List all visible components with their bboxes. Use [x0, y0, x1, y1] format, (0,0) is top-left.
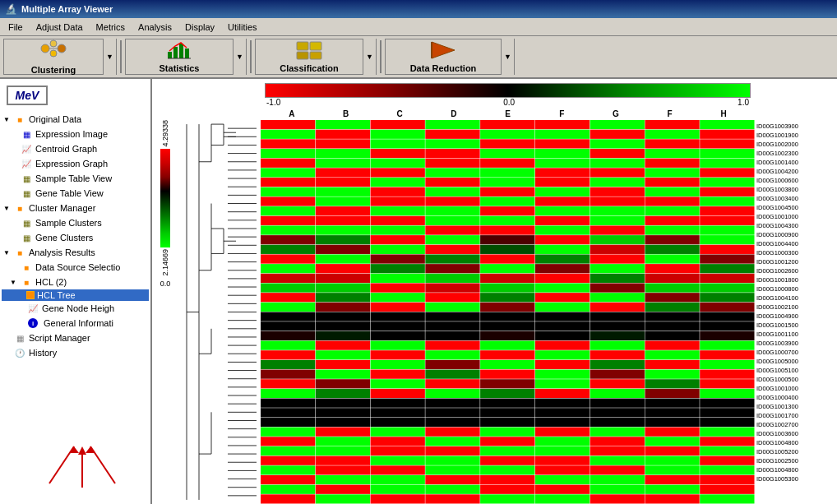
color-scale-bar	[160, 149, 170, 247]
tree-item-hcl-tree[interactable]: HCL Tree	[2, 289, 149, 301]
svg-rect-11	[310, 42, 321, 50]
tree-item-original-data[interactable]: ▼ ■ Original Data	[2, 112, 149, 127]
tree-item-general-info[interactable]: i General Informati	[2, 316, 149, 331]
expander-sample-table	[8, 173, 18, 183]
tree-item-sample-table[interactable]: ▦ Sample Table View	[2, 171, 149, 186]
tree-item-hcl[interactable]: ▼ ■ HCL (2)	[2, 275, 149, 289]
clustering-label: Clustering	[31, 65, 76, 75]
tree-item-history[interactable]: 🕐 History	[2, 345, 149, 360]
expander-sample-clusters	[8, 218, 18, 228]
statistics-button[interactable]: Statistics ▼	[125, 39, 247, 75]
expander-data-source	[8, 262, 18, 272]
icon-general-info: i	[26, 317, 39, 330]
gene-labels: ID00G1003900ID00G1001900ID00G1002000ID00…	[755, 120, 837, 504]
tree-item-cluster-manager[interactable]: ▼ ■ Cluster Manager	[2, 201, 149, 215]
gene-label: ID00G1003800	[756, 185, 837, 194]
app-icon: 🔬	[5, 3, 17, 15]
classification-dropdown[interactable]: ▼	[363, 39, 376, 75]
tree-item-centroid-graph[interactable]: 📈 Centroid Graph	[2, 141, 149, 156]
menu-analysis[interactable]: Analysis	[132, 21, 178, 34]
gene-label: ID00G1000400	[756, 393, 837, 402]
tree-item-gene-node[interactable]: 📈 Gene Node Heigh	[2, 301, 149, 316]
icon-expression-image: ▦	[20, 127, 33, 141]
gene-label: ID00G1004400	[756, 239, 837, 248]
menu-utilities[interactable]: Utilities	[221, 21, 263, 34]
statistics-dropdown[interactable]: ▼	[233, 39, 246, 75]
svg-point-0	[41, 44, 49, 53]
gene-label: ID00G1002100	[756, 303, 837, 312]
expander-script-manager	[2, 333, 12, 343]
tree-item-gene-clusters[interactable]: ▦ Gene Clusters	[2, 230, 149, 245]
icon-gene-node: 📈	[26, 302, 39, 315]
heatmap-body: ID00G1003900ID00G1001900ID00G1002000ID00…	[178, 120, 837, 504]
scale-label-zero: 0.0	[503, 98, 515, 107]
expander-expression-graph	[8, 159, 18, 169]
tree-item-expression-graph[interactable]: 📈 Expression Graph	[2, 156, 149, 171]
clustering-btn-main[interactable]: Clustering	[4, 37, 103, 76]
menu-display[interactable]: Display	[178, 21, 221, 34]
tree-item-gene-table[interactable]: ▦ Gene Table View	[2, 186, 149, 201]
main-area: MeV ▼ ■ Original Data ▦ Expression Image…	[0, 79, 837, 504]
label-history: History	[29, 348, 57, 358]
gene-label: ID00G1001800	[756, 275, 837, 284]
icon-gene-clusters: ▦	[20, 231, 33, 244]
tree-item-expression-image[interactable]: ▦ Expression Image	[2, 127, 149, 141]
tree-item-analysis-results[interactable]: ▼ ■ Analysis Results	[2, 245, 149, 260]
label-cluster-manager: Cluster Manager	[29, 203, 95, 213]
statistics-btn-main[interactable]: Statistics	[126, 39, 233, 75]
label-centroid-graph: Centroid Graph	[35, 144, 97, 154]
expander-hcl[interactable]: ▼	[8, 277, 18, 287]
left-dendrogram	[178, 120, 261, 504]
menu-adjust-data[interactable]: Adjust Data	[30, 21, 90, 34]
menu-bar: File Adjust Data Metrics Analysis Displa…	[0, 18, 837, 36]
gene-label: ID00G1004300	[756, 221, 837, 230]
mev-logo: MeV	[7, 86, 48, 105]
clustering-dropdown[interactable]: ▼	[103, 39, 116, 75]
classification-btn-main[interactable]: Classification	[256, 39, 363, 75]
label-expression-image: Expression Image	[35, 129, 108, 139]
tree-item-sample-clusters[interactable]: ▦ Sample Clusters	[2, 215, 149, 230]
data-reduction-btn-main[interactable]: Data Reduction	[386, 39, 501, 75]
expander-cluster-manager[interactable]: ▼	[2, 203, 12, 213]
expander-original-data[interactable]: ▼	[2, 114, 12, 124]
data-reduction-dropdown[interactable]: ▼	[501, 39, 514, 75]
label-analysis-results: Analysis Results	[29, 247, 95, 257]
separator-3	[380, 40, 382, 73]
gene-label: ID00G1004800	[756, 438, 837, 447]
menu-file[interactable]: File	[2, 21, 30, 34]
tree-item-data-source[interactable]: ■ Data Source Selectio	[2, 260, 149, 275]
gene-label: ID00G1002000	[756, 140, 837, 149]
title-bar: 🔬 Multiple Array Viewer	[0, 0, 837, 18]
tree-item-script-manager[interactable]: ▦ Script Manager	[2, 331, 149, 345]
icon-sample-clusters: ▦	[20, 216, 33, 229]
dendrogram-svg	[178, 120, 261, 504]
icon-cluster-manager: ■	[13, 201, 26, 215]
gene-label: ID00G1001100	[756, 330, 837, 339]
icon-analysis-results: ■	[13, 246, 26, 259]
label-sample-clusters: Sample Clusters	[35, 218, 102, 228]
label-hcl-tree: HCL Tree	[37, 290, 76, 300]
expander-gene-clusters	[8, 233, 18, 243]
gene-label: ID00G1005200	[756, 447, 837, 456]
gene-label: ID00G1005000	[756, 357, 837, 366]
heatmap-canvas	[261, 120, 755, 504]
data-reduction-button[interactable]: Data Reduction ▼	[385, 39, 515, 75]
classification-button[interactable]: Classification ▼	[255, 39, 377, 75]
svg-rect-13	[310, 52, 321, 59]
gene-label: ID00G1002700	[756, 420, 837, 429]
gene-label: ID00G1001300	[756, 402, 837, 411]
menu-metrics[interactable]: Metrics	[90, 21, 132, 34]
label-original-data: Original Data	[29, 114, 81, 124]
icon-data-source: ■	[20, 261, 33, 274]
gene-label: ID00G1002600	[756, 266, 837, 275]
gene-label: ID00G1004500	[756, 203, 837, 212]
icon-hcl: ■	[20, 275, 33, 289]
scale-zero-label: 0.0	[160, 280, 171, 288]
expander-gene-table	[8, 188, 18, 198]
gene-label: ID00G1001000	[756, 212, 837, 221]
label-gene-table: Gene Table View	[35, 188, 104, 198]
icon-history: 🕐	[13, 346, 26, 359]
label-script-manager: Script Manager	[29, 333, 90, 343]
clustering-button[interactable]: Clustering ▼	[3, 39, 117, 75]
expander-analysis-results[interactable]: ▼	[2, 247, 12, 257]
